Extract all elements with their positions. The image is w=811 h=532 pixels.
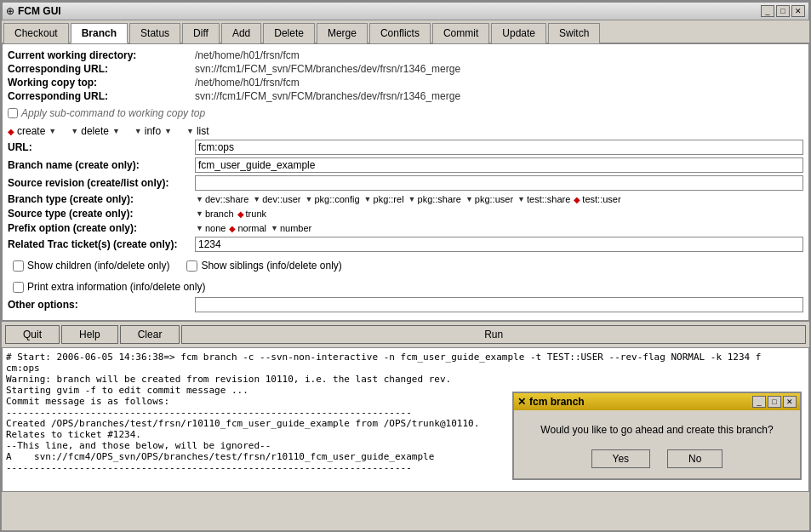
delete-label: delete (81, 125, 109, 137)
dialog-minimize-button[interactable]: _ (752, 396, 766, 408)
tab-switch[interactable]: Switch (548, 23, 600, 43)
url-row1: Corresponding URL: svn://fcm1/FCM_svn/FC… (8, 63, 803, 75)
delete-arrow[interactable]: ▼ (71, 127, 78, 135)
delete-arrow2[interactable]: ▼ (112, 127, 120, 135)
branch-type-option-3: ▼ pkg::rel (363, 194, 404, 204)
list-arrow[interactable]: ▼ (186, 127, 194, 135)
bt-arrow-5[interactable]: ▼ (465, 195, 473, 203)
tab-delete[interactable]: Delete (263, 23, 315, 43)
prefix-row: Prefix option (create only): ▼ none ◆ no… (8, 222, 803, 234)
close-button[interactable]: ✕ (791, 5, 805, 17)
create-label: create (17, 125, 45, 137)
info-arrow2[interactable]: ▼ (164, 127, 172, 135)
source-rev-input[interactable] (195, 175, 803, 191)
dialog-message: Would you like to go ahead and create th… (524, 424, 790, 436)
pf-arrow-2[interactable]: ▼ (271, 224, 278, 232)
button-row: Quit Help Clear Run (2, 321, 809, 347)
branch-name-input[interactable] (195, 157, 803, 173)
delete-option: ▼ delete ▼ (70, 125, 120, 137)
bt-arrow-4[interactable]: ▼ (408, 195, 416, 203)
other-options-input[interactable] (195, 297, 803, 312)
tab-diff[interactable]: Diff (182, 23, 220, 43)
dialog-no-button[interactable]: No (667, 449, 722, 468)
branch-type-option-6: ▼ test::share (517, 194, 570, 204)
print-extra-checkbox[interactable] (13, 282, 24, 293)
create-option: ◆ create ▼ (8, 125, 56, 137)
info-option: ▼ info ▼ (134, 125, 172, 137)
trac-input[interactable] (195, 237, 803, 252)
bt-arrow-0[interactable]: ▼ (196, 195, 203, 203)
branch-type-option-1: ▼ dev::user (252, 194, 300, 204)
wct-label: Working copy top: (8, 77, 195, 89)
fcm-branch-dialog: ✕ fcm branch _ □ ✕ Would you like to go … (512, 392, 802, 480)
create-arrow[interactable]: ▼ (49, 127, 56, 135)
quit-button[interactable]: Quit (5, 325, 60, 344)
print-extra-row: Print extra information (info/delete onl… (8, 277, 803, 297)
bt-arrow-6[interactable]: ▼ (517, 195, 525, 203)
tab-merge[interactable]: Merge (317, 23, 368, 43)
url-input[interactable] (195, 140, 803, 155)
dialog-restore-button[interactable]: □ (768, 396, 781, 408)
bt-arrow-1[interactable]: ▼ (253, 195, 260, 203)
prefix-normal-option: ◆ normal (229, 223, 266, 233)
apply-label: Apply sub-command to working copy top (21, 107, 205, 119)
window-title: FCM GUI (18, 5, 61, 17)
run-button[interactable]: Run (181, 325, 806, 344)
cwd-label: Current working directory: (8, 49, 195, 61)
source-branch-option: ▼ branch (195, 209, 234, 219)
app-icon: ⊕ (6, 5, 14, 17)
trac-label: Related Trac ticket(s) (create only): (8, 238, 195, 250)
show-children-row: Show children (info/delete only) (13, 260, 169, 272)
dialog-body: Would you like to go ahead and create th… (514, 410, 800, 478)
print-extra-label: Print extra information (info/delete onl… (27, 281, 205, 293)
main-content: Current working directory: /net/home/h01… (2, 43, 809, 321)
tab-branch[interactable]: Branch (71, 23, 128, 43)
show-siblings-checkbox[interactable] (186, 260, 197, 272)
prefix-number-option: ▼ number (270, 223, 311, 233)
url-value2: svn://fcm1/FCM_svn/FCM/branches/dev/frsn… (195, 90, 460, 102)
pf-arrow-0[interactable]: ▼ (196, 224, 203, 232)
apply-checkbox[interactable] (8, 108, 18, 118)
url-label2: Corresponding URL: (8, 90, 195, 102)
dialog-yes-button[interactable]: Yes (591, 449, 651, 468)
minimize-button[interactable]: _ (761, 5, 774, 17)
tab-update[interactable]: Update (491, 23, 546, 43)
cwd-row: Current working directory: /net/home/h01… (8, 49, 803, 61)
prefix-options: ▼ none ◆ normal ▼ number (195, 223, 311, 233)
clear-button[interactable]: Clear (120, 325, 180, 344)
source-type-row: Source type (create only): ▼ branch ◆ tr… (8, 208, 803, 220)
maximize-button[interactable]: □ (776, 5, 790, 17)
dialog-title-icon: ✕ (517, 396, 526, 408)
tab-checkout[interactable]: Checkout (3, 23, 69, 43)
source-type-label: Source type (create only): (8, 208, 195, 220)
branch-type-option-4: ▼ pkg::share (408, 194, 461, 204)
tab-commit[interactable]: Commit (432, 23, 489, 43)
nav-tabs: Checkout Branch Status Diff Add Delete M… (2, 20, 809, 43)
bt-arrow-2[interactable]: ▼ (305, 195, 312, 203)
dialog-buttons: Yes No (524, 449, 790, 468)
source-type-options: ▼ branch ◆ trunk (195, 209, 266, 219)
list-option: ▼ list (186, 125, 209, 137)
branch-type-option-5: ▼ pkg::user (465, 194, 513, 204)
dialog-close-button[interactable]: ✕ (783, 396, 797, 408)
prefix-none-option: ▼ none (195, 223, 226, 233)
tab-add[interactable]: Add (221, 23, 261, 43)
st-arrow-0[interactable]: ▼ (196, 209, 203, 218)
info-arrow[interactable]: ▼ (134, 127, 142, 135)
help-button[interactable]: Help (61, 325, 118, 344)
branch-type-option-7: ◆ test::user (574, 194, 620, 204)
prefix-label: Prefix option (create only): (8, 222, 195, 234)
branch-type-label: Branch type (create only): (8, 193, 195, 205)
tab-conflicts[interactable]: Conflicts (369, 23, 431, 43)
show-children-label: Show children (info/delete only) (27, 260, 169, 272)
branch-type-option-0: ▼ dev::share (195, 194, 248, 204)
source-trunk-option: ◆ trunk (237, 209, 266, 219)
url-value1: svn://fcm1/FCM_svn/FCM/branches/dev/frsn… (195, 63, 460, 75)
wct-value: /net/home/h01/frsn/fcm (195, 77, 300, 89)
show-siblings-label: Show siblings (info/delete only) (201, 260, 341, 272)
wct-row: Working copy top: /net/home/h01/frsn/fcm (8, 77, 803, 89)
tab-status[interactable]: Status (129, 23, 180, 43)
title-bar: ⊕ FCM GUI _ □ ✕ (2, 2, 809, 20)
bt-arrow-3[interactable]: ▼ (364, 195, 372, 203)
show-children-checkbox[interactable] (13, 260, 24, 272)
